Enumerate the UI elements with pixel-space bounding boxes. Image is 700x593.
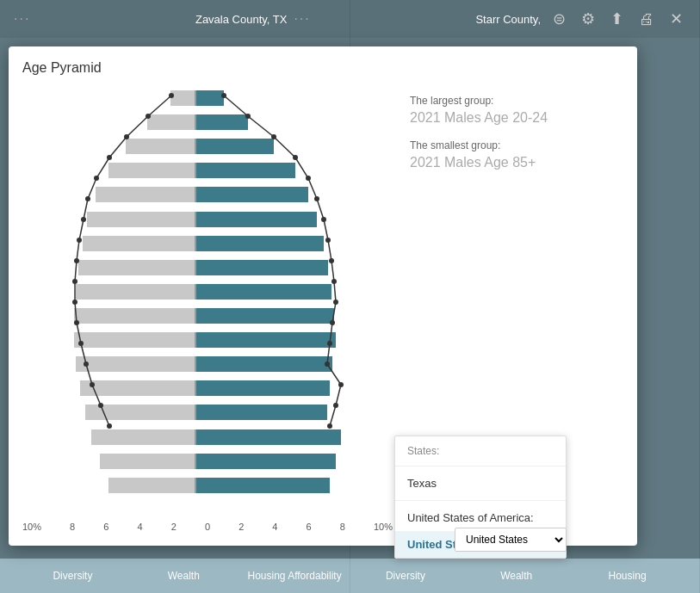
x-axis: 10% 8 6 4 2 0 2 4 6 8 10% bbox=[22, 518, 393, 532]
dots-menu-left[interactable]: ··· bbox=[14, 11, 30, 27]
bar-fill-male bbox=[196, 356, 332, 372]
bar-right-container bbox=[196, 90, 369, 106]
bar-fill-male bbox=[196, 163, 295, 178]
bar-row bbox=[22, 428, 393, 447]
bar-row bbox=[22, 452, 393, 471]
bar-fill-female bbox=[91, 429, 195, 445]
bar-fill-male bbox=[196, 405, 327, 420]
settings-button[interactable]: ⚙ bbox=[578, 6, 598, 32]
bar-row bbox=[22, 330, 393, 349]
x-label-8-right: 8 bbox=[340, 522, 345, 532]
bar-fill-male bbox=[196, 139, 274, 154]
bar-fill-male bbox=[196, 478, 330, 493]
x-label-4-left: 4 bbox=[138, 522, 143, 532]
bar-fill-female bbox=[126, 139, 195, 154]
bar-row bbox=[22, 403, 393, 422]
bar-fill-male bbox=[196, 429, 341, 445]
bar-left-container bbox=[22, 187, 195, 202]
bar-row bbox=[22, 89, 393, 108]
bar-right-container bbox=[196, 429, 369, 445]
toolbar-left: ··· bbox=[14, 11, 30, 27]
dropdown-separator bbox=[395, 466, 566, 466]
bar-right-container bbox=[196, 114, 369, 130]
bar-row bbox=[22, 113, 393, 132]
x-label-10pct-left: 10% bbox=[22, 522, 41, 532]
bottom-label-diversity-2: Diversity bbox=[350, 570, 461, 582]
country-select[interactable]: United States Texas United States of Ame… bbox=[455, 528, 567, 552]
bar-row bbox=[22, 258, 393, 277]
bar-fill-male bbox=[196, 332, 336, 348]
bar-right-container bbox=[196, 236, 369, 251]
bar-row bbox=[22, 137, 393, 156]
county-label-right: Starr County, bbox=[475, 13, 541, 26]
smallest-group-label: The smallest group: bbox=[410, 139, 606, 151]
bar-fill-female bbox=[83, 236, 195, 251]
bar-row bbox=[22, 234, 393, 253]
bar-fill-male bbox=[196, 284, 331, 300]
modal-title: Age Pyramid bbox=[22, 60, 623, 76]
bar-left-container bbox=[22, 163, 195, 178]
bottom-strip: Diversity Wealth Housing Affordability D… bbox=[0, 559, 700, 593]
bar-fill-male bbox=[196, 90, 224, 106]
dots-menu-center[interactable]: ··· bbox=[294, 11, 310, 27]
dropdown-section-label: States: bbox=[395, 436, 566, 462]
bar-fill-female bbox=[147, 114, 195, 130]
bar-right-container bbox=[196, 163, 369, 178]
bar-left-container bbox=[22, 478, 195, 493]
x-label-2-left: 2 bbox=[171, 522, 177, 532]
bar-fill-female bbox=[78, 260, 195, 275]
bar-fill-female bbox=[100, 454, 195, 469]
bar-left-container bbox=[22, 90, 195, 106]
bottom-label-wealth-1: Wealth bbox=[128, 570, 239, 582]
x-label-2-right: 2 bbox=[238, 522, 244, 532]
bar-row bbox=[22, 476, 393, 495]
bar-fill-female bbox=[87, 212, 195, 227]
bar-row bbox=[22, 355, 393, 374]
bar-fill-male bbox=[196, 308, 334, 324]
bar-right-container bbox=[196, 356, 369, 372]
close-button[interactable]: ✕ bbox=[666, 6, 686, 32]
bar-fill-male bbox=[196, 260, 328, 275]
smallest-group-section: The smallest group: 2021 Males Age 85+ bbox=[410, 139, 606, 170]
bar-fill-female bbox=[76, 356, 195, 372]
bar-fill-male bbox=[196, 236, 324, 251]
largest-group-label: The largest group: bbox=[410, 95, 606, 107]
bar-left-container bbox=[22, 429, 195, 445]
bar-row bbox=[22, 379, 393, 398]
bar-fill-female bbox=[170, 90, 195, 106]
filter-button[interactable]: ⊜ bbox=[549, 6, 569, 32]
bottom-label-diversity-1: Diversity bbox=[17, 570, 128, 582]
pyramid-chart-area: 10% 8 6 4 2 0 2 4 6 8 10% bbox=[22, 86, 393, 532]
dropdown-item-texas[interactable]: Texas bbox=[395, 470, 566, 497]
largest-group-value: 2021 Males Age 20-24 bbox=[410, 110, 606, 126]
bar-left-container bbox=[22, 114, 195, 130]
bar-left-container bbox=[22, 139, 195, 154]
bar-left-container bbox=[22, 284, 195, 300]
bar-fill-female bbox=[108, 163, 195, 178]
x-label-6-left: 6 bbox=[103, 522, 108, 532]
bar-right-container bbox=[196, 380, 369, 396]
bar-left-container bbox=[22, 308, 195, 324]
bottom-label-housing: Housing Affordability bbox=[239, 570, 350, 582]
bar-right-container bbox=[196, 308, 369, 324]
share-button[interactable]: ⬆ bbox=[607, 6, 627, 32]
select-box-container[interactable]: United States Texas United States of Ame… bbox=[455, 528, 567, 552]
bar-left-container bbox=[22, 454, 195, 469]
modal-overlay: Age Pyramid 10% 8 6 4 2 0 2 4 6 8 bbox=[0, 38, 700, 559]
largest-group-section: The largest group: 2021 Males Age 20-24 bbox=[410, 95, 606, 126]
x-label-10pct-right: 10% bbox=[374, 522, 393, 532]
bar-row bbox=[22, 306, 393, 325]
county-label-center: Zavala County, TX bbox=[195, 13, 287, 26]
bar-left-container bbox=[22, 380, 195, 396]
x-label-4-right: 4 bbox=[272, 522, 277, 532]
bar-fill-female bbox=[76, 284, 195, 300]
bar-row bbox=[22, 161, 393, 180]
print-button[interactable]: 🖨 bbox=[635, 7, 658, 32]
bar-row bbox=[22, 282, 393, 301]
bar-right-container bbox=[196, 139, 369, 154]
bar-left-container bbox=[22, 405, 195, 420]
bottom-label-housing-2: Housing bbox=[572, 570, 683, 582]
bar-right-container bbox=[196, 212, 369, 227]
bar-fill-male bbox=[196, 187, 308, 202]
bar-left-container bbox=[22, 332, 195, 348]
